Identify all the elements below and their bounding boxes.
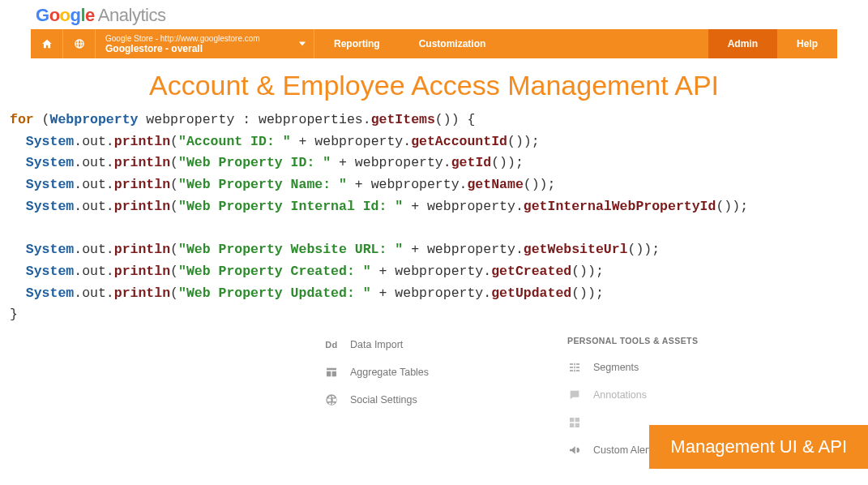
nav-spacer: [505, 29, 708, 58]
label-aggregate: Aggregate Tables: [350, 367, 429, 378]
row-data-import[interactable]: Dd Data Import: [324, 331, 535, 358]
page-title: Account & Employee Access Management API: [0, 70, 868, 101]
grid-icon: [567, 415, 582, 430]
chevron-down-icon: [299, 42, 306, 46]
picker-line2: Googlestore - overall: [105, 43, 304, 54]
tab-customization[interactable]: Customization: [400, 29, 506, 58]
logo-row: GoogleAnalytics: [0, 0, 868, 29]
row-segments[interactable]: Segments: [567, 354, 810, 381]
row-aggregate-tables[interactable]: Aggregate Tables: [324, 358, 535, 386]
type-Webproperty: Webproperty: [50, 112, 139, 127]
code-block: for (Webproperty webproperty : webproper…: [0, 109, 868, 326]
row-annotations[interactable]: Annotations: [567, 381, 810, 409]
label-segments: Segments: [593, 362, 639, 373]
caption-overlay: Management UI & API: [649, 425, 868, 469]
speech-icon: [567, 388, 582, 402]
personal-tools-header: PERSONAL TOOLS & ASSETS: [567, 336, 810, 346]
label-attribution: [593, 417, 596, 428]
label-social: Social Settings: [350, 394, 417, 406]
megaphone-icon: [567, 443, 582, 457]
label-data-import: Data Import: [350, 339, 403, 350]
tab-admin[interactable]: Admin: [708, 29, 777, 58]
label-annotations: Annotations: [593, 389, 647, 401]
row-social-settings[interactable]: Social Settings: [324, 386, 535, 414]
property-globe: [63, 29, 96, 58]
home-button[interactable]: [31, 29, 63, 58]
globe-icon: [74, 38, 85, 49]
account-picker[interactable]: Google Store - http://www.googlestore.co…: [96, 29, 314, 58]
top-nav: Google Store - http://www.googlestore.co…: [31, 29, 837, 58]
col-property-settings: Dd Data Import Aggregate Tables Social S…: [324, 331, 535, 464]
analytics-word: Analytics: [98, 5, 166, 25]
google-analytics-logo: GoogleAnalytics: [36, 5, 165, 25]
home-icon: [41, 38, 53, 49]
dd-icon: Dd: [325, 340, 337, 350]
picker-line1: Google Store - http://www.googlestore.co…: [105, 34, 304, 43]
table-icon: [324, 365, 339, 380]
label-custom-alerts: Custom Alerts: [593, 444, 656, 456]
keyword-for: for: [10, 112, 34, 127]
segments-icon: [567, 360, 582, 375]
tab-help[interactable]: Help: [777, 29, 837, 58]
globe-icon: [324, 393, 339, 407]
tab-reporting[interactable]: Reporting: [314, 29, 400, 58]
